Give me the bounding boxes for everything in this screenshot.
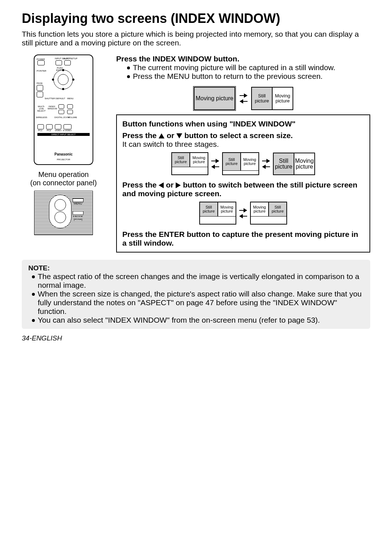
intro-text: This function lets you store a picture w… bbox=[22, 30, 370, 47]
step1-heading: Press the INDEX WINDOW button. bbox=[116, 55, 370, 63]
left-icon bbox=[159, 182, 164, 188]
menu-caption-2: (on connector panel) bbox=[30, 179, 97, 187]
menu-caption-1: Menu operation bbox=[38, 170, 89, 178]
box-h1: Button functions when using "INDEX WINDO… bbox=[122, 120, 364, 128]
up-icon bbox=[159, 133, 164, 138]
page-title: Displaying two screens (INDEX WINDOW) bbox=[22, 11, 370, 26]
functions-box: Button functions when using "INDEX WINDO… bbox=[116, 114, 370, 253]
right-icon bbox=[176, 182, 181, 188]
note-title: NOTE: bbox=[28, 264, 364, 272]
note-box: NOTE: The aspect ratio of the screen cha… bbox=[22, 260, 370, 329]
diagram-switch: Stillpicture Movingpicture Movingpicture… bbox=[122, 202, 364, 225]
note-3: You can also select "INDEX WINDOW" from … bbox=[38, 316, 320, 324]
step1-bullet2: Press the MENU button to return to the p… bbox=[133, 72, 323, 81]
down-icon bbox=[176, 133, 182, 138]
diagram-stages: Stillpicture Movingpicture Stillpicture … bbox=[122, 152, 364, 175]
note-2: When the screen size is changed, the pic… bbox=[38, 290, 364, 316]
step1-bullet1: The current moving picture will be captu… bbox=[133, 63, 335, 72]
box-t1: It can switch to three stages. bbox=[122, 140, 364, 149]
diagram-capture: Moving picture Still picture Moving pict… bbox=[116, 86, 370, 111]
note-1: The aspect ratio of the screen changes a… bbox=[38, 272, 364, 290]
panel-illustration: MENU ENTER (PUSH) bbox=[34, 191, 93, 235]
box-h4: Press the ENTER button to capture the pr… bbox=[122, 230, 364, 247]
remote-illustration: POWER INPUT SELECT AUTO SETUP POINTER PU… bbox=[34, 55, 93, 165]
